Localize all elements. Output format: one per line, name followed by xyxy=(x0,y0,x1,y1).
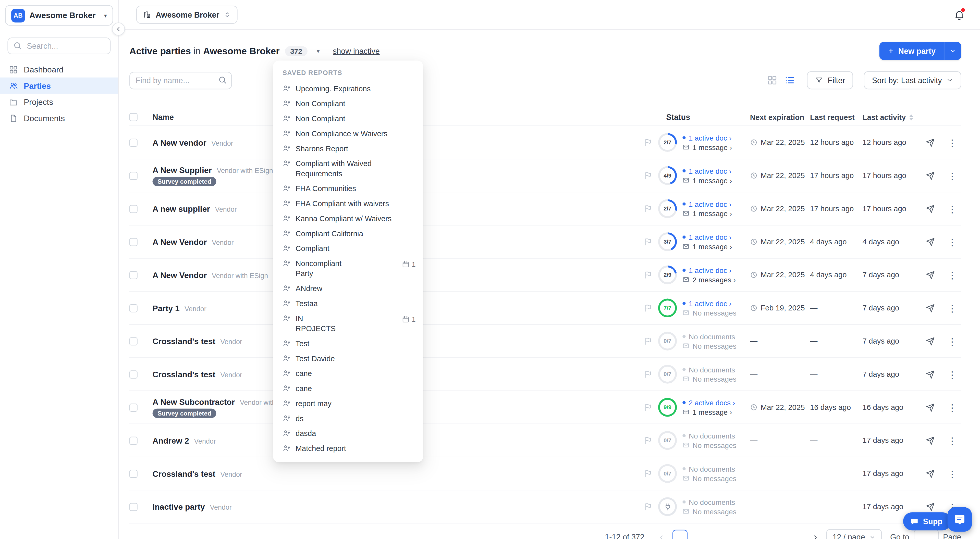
party-name[interactable]: A New Supplier xyxy=(153,165,212,175)
active-docs-link[interactable]: 1 active doc › xyxy=(689,234,732,241)
row-checkbox[interactable] xyxy=(129,304,138,312)
new-party-dropdown-button[interactable] xyxy=(944,42,961,60)
compliance-progress-ring[interactable]: 7/7 xyxy=(658,299,677,317)
send-icon[interactable] xyxy=(926,436,935,445)
row-menu-button[interactable]: ⋮ xyxy=(948,237,957,246)
flag-icon[interactable] xyxy=(644,403,652,412)
page-number[interactable] xyxy=(731,530,746,539)
send-icon[interactable] xyxy=(926,171,935,180)
messages-link[interactable]: 1 message › xyxy=(692,243,732,250)
saved-reports-caret-icon[interactable]: ▼ xyxy=(315,48,321,54)
messages-link[interactable]: 1 message › xyxy=(692,176,732,184)
flag-icon[interactable] xyxy=(644,270,652,279)
sidebar-item-documents[interactable]: Documents xyxy=(0,110,118,126)
row-checkbox[interactable] xyxy=(129,403,138,412)
row-checkbox[interactable] xyxy=(129,337,138,345)
send-icon[interactable] xyxy=(926,237,935,246)
column-header-last-activity[interactable]: Last activity xyxy=(862,113,920,121)
row-checkbox[interactable] xyxy=(129,172,138,180)
workspace-switcher[interactable]: Awesome Broker xyxy=(136,6,238,24)
sidebar-item-dashboard[interactable]: Dashboard xyxy=(0,61,118,78)
saved-report-item[interactable]: Compliant California xyxy=(273,226,423,241)
saved-report-item[interactable]: Sharons Report xyxy=(273,141,423,156)
row-menu-button[interactable]: ⋮ xyxy=(948,138,957,147)
table-row[interactable]: Party 1 Vendor 7/7 xyxy=(129,292,961,325)
row-menu-button[interactable]: ⋮ xyxy=(948,469,957,478)
row-checkbox[interactable] xyxy=(129,238,138,246)
sidebar-item-parties[interactable]: Parties xyxy=(0,78,118,94)
party-name[interactable]: Crossland's test xyxy=(153,337,215,346)
row-menu-button[interactable]: ⋮ xyxy=(948,270,957,280)
messages-link[interactable]: 1 message › xyxy=(692,408,732,415)
compliance-progress-ring[interactable]: 2/9 xyxy=(658,266,677,284)
saved-report-item[interactable]: dasda xyxy=(273,426,423,441)
table-row[interactable]: Inactive party Vendor xyxy=(129,490,961,523)
row-menu-button[interactable]: ⋮ xyxy=(948,370,957,379)
page-size-select[interactable]: 12 / page xyxy=(826,529,882,539)
table-row[interactable]: A New Subcontractor Vendor with ESign Su… xyxy=(129,391,961,424)
messages-link[interactable]: 2 messages › xyxy=(692,276,735,283)
saved-report-item[interactable]: Test Davide xyxy=(273,351,423,366)
active-docs-link[interactable]: No documents xyxy=(689,498,735,506)
flag-icon[interactable] xyxy=(644,237,652,246)
show-inactive-link[interactable]: show inactive xyxy=(333,46,380,55)
table-row[interactable]: A New Supplier Vendor with ESign Survey … xyxy=(129,159,961,192)
messages-link[interactable]: 1 message › xyxy=(692,210,732,217)
intercom-launcher[interactable] xyxy=(948,507,972,532)
flag-icon[interactable] xyxy=(644,204,652,213)
page-number[interactable] xyxy=(673,530,687,539)
notifications-button[interactable] xyxy=(954,9,965,21)
page-number[interactable] xyxy=(770,530,784,539)
compliance-progress-ring[interactable]: 2/7 xyxy=(658,199,677,218)
party-name[interactable]: Crossland's test xyxy=(153,370,215,379)
active-docs-link[interactable]: 1 active doc › xyxy=(689,200,732,208)
table-row[interactable]: Crossland's test Vendor 0/7 xyxy=(129,457,961,491)
party-name[interactable]: A New Subcontractor xyxy=(153,397,235,406)
row-checkbox[interactable] xyxy=(129,138,138,146)
saved-report-item[interactable]: Non Compliant xyxy=(273,96,423,111)
party-name[interactable]: A New Vendor xyxy=(153,237,207,246)
flag-icon[interactable] xyxy=(644,436,652,445)
org-switcher[interactable]: AB Awesome Broker ▾ xyxy=(5,5,113,26)
column-header-status[interactable]: Status xyxy=(644,113,750,121)
page-number[interactable] xyxy=(692,530,707,539)
saved-report-item[interactable]: FHA Communities xyxy=(273,181,423,196)
saved-report-item[interactable]: ANdrew xyxy=(273,281,423,296)
grid-view-button[interactable] xyxy=(763,72,781,89)
flag-icon[interactable] xyxy=(644,502,652,511)
sidebar-item-projects[interactable]: Projects xyxy=(0,94,118,110)
page-number[interactable] xyxy=(789,530,804,539)
row-checkbox[interactable] xyxy=(129,469,138,477)
messages-link[interactable]: No messages xyxy=(692,441,736,449)
row-menu-button[interactable]: ⋮ xyxy=(948,303,957,313)
saved-report-item[interactable]: cane xyxy=(273,381,423,396)
flag-icon[interactable] xyxy=(644,337,652,345)
party-name[interactable]: Crossland's test xyxy=(153,469,215,478)
party-name[interactable]: Party 1 xyxy=(153,303,180,313)
table-row[interactable]: A New Vendor Vendor with ESign 2/9 xyxy=(129,259,961,292)
compliance-progress-ring[interactable]: 0/7 xyxy=(658,464,677,483)
column-header-last-request[interactable]: Last request xyxy=(810,113,862,121)
saved-report-item[interactable]: FHA Compliant with waivers xyxy=(273,196,423,211)
saved-report-item[interactable]: Matched report xyxy=(273,441,423,456)
find-by-name-input[interactable] xyxy=(129,72,232,89)
list-view-button[interactable] xyxy=(781,72,799,89)
compliance-progress-ring[interactable]: 3/7 xyxy=(658,232,677,251)
saved-report-item[interactable]: Testaa xyxy=(273,296,423,311)
saved-report-item[interactable]: Upcoming. Expirations xyxy=(273,81,423,96)
saved-report-item[interactable]: Non Compliant xyxy=(273,111,423,126)
send-icon[interactable] xyxy=(926,204,935,213)
page-number[interactable] xyxy=(750,530,765,539)
active-docs-link[interactable]: No documents xyxy=(689,432,735,439)
filter-button[interactable]: Filter xyxy=(807,71,853,89)
sidebar-collapse-button[interactable] xyxy=(112,22,125,35)
row-checkbox[interactable] xyxy=(129,502,138,511)
saved-report-item[interactable]: Compliant with Waived Requirements xyxy=(273,156,423,181)
flag-icon[interactable] xyxy=(644,370,652,378)
compliance-progress-ring[interactable]: 2/7 xyxy=(658,133,677,152)
compliance-progress-ring[interactable]: 0/7 xyxy=(658,431,677,450)
send-icon[interactable] xyxy=(926,469,935,478)
active-docs-link[interactable]: 1 active doc › xyxy=(689,167,732,175)
party-name[interactable]: A New Vendor xyxy=(153,270,207,280)
messages-link[interactable]: 1 message › xyxy=(692,143,732,151)
